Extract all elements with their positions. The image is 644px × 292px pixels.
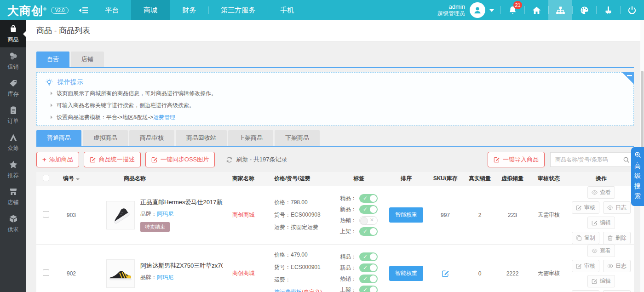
price-value: 798.00 xyxy=(291,199,308,206)
smart-weight-button[interactable]: 智能权重 xyxy=(389,266,423,281)
toggle-hot[interactable] xyxy=(359,275,378,283)
sidebar-item-promotion[interactable]: 促销 xyxy=(0,47,26,74)
copy-button[interactable]: 复制 xyxy=(572,290,599,292)
notifications-button[interactable]: 21 xyxy=(500,0,524,20)
row-checkbox[interactable] xyxy=(43,211,49,218)
sidebar-item-crowdfunding[interactable]: 众筹 xyxy=(0,129,26,156)
advanced-search-button[interactable]: 高级搜索 xyxy=(631,147,644,206)
edit-stock-icon[interactable] xyxy=(442,270,449,276)
clipboard-icon xyxy=(9,106,18,115)
edit-button[interactable]: 编辑 xyxy=(587,217,615,229)
product-image[interactable] xyxy=(106,259,135,288)
delete-button[interactable]: 删除 xyxy=(603,290,631,292)
pencil-icon xyxy=(151,156,158,163)
header-price: 价格/货号/运费 xyxy=(264,172,332,186)
header-tags: 标签 xyxy=(332,172,385,186)
toggle-on-sale[interactable] xyxy=(359,227,378,236)
top-navbar: 大商创® V2.0 平台 商城 财务 第三方服务 手机 admin 超级管理员 … xyxy=(0,0,644,20)
view-button[interactable]: 查看 xyxy=(587,245,615,257)
tag-icon xyxy=(9,79,18,88)
menu-item-finance[interactable]: 财务 xyxy=(170,0,208,20)
navbar-right: admin 超级管理员 21 xyxy=(437,0,644,20)
palette-icon xyxy=(580,6,589,15)
menu-item-mall[interactable]: 商城 xyxy=(131,0,170,20)
product-name[interactable]: 阿迪达斯男鞋ZX750三叶草zx700跑步鞋... xyxy=(140,262,223,270)
avatar[interactable] xyxy=(470,2,485,18)
log-button[interactable]: 日志 xyxy=(603,201,631,214)
tab-goods-recycle[interactable]: 商品回收站 xyxy=(176,130,227,146)
toggle-hot[interactable] xyxy=(359,216,378,225)
sidebar-toggle-icon[interactable] xyxy=(74,0,92,20)
chevron-down-icon[interactable] xyxy=(489,6,494,14)
log-button[interactable]: 日志 xyxy=(603,260,631,272)
scrollbar-thumb[interactable] xyxy=(641,71,644,149)
pencil-icon xyxy=(576,205,582,211)
menu-item-thirdparty[interactable]: 第三方服务 xyxy=(208,0,268,20)
tab-normal-goods[interactable]: 普通商品 xyxy=(36,130,81,146)
tag-switches: 精品： 新品： 热销： 上架： xyxy=(340,252,378,292)
row-checkbox[interactable] xyxy=(43,269,49,276)
delete-button[interactable]: 删除 xyxy=(603,232,631,244)
toggle-best[interactable] xyxy=(359,252,378,261)
menu-item-mobile[interactable]: 手机 xyxy=(268,0,306,20)
product-name[interactable]: 正品直邮Hermes爱马仕2017新款男鞋 时... xyxy=(140,198,223,206)
sidebar-item-recommend[interactable]: 推荐 xyxy=(0,156,26,183)
goods-sn: ECS000903 xyxy=(291,212,321,218)
box-icon xyxy=(9,214,18,223)
tips-list: 该页面展示了商城所有的商品信息，可对商品进行编辑修改操作。 可输入商品名称关键字… xyxy=(51,87,625,123)
add-goods-button[interactable]: +添加商品 xyxy=(36,152,79,167)
import-goods-button[interactable]: 一键导入商品 xyxy=(488,152,545,167)
audit-button[interactable]: 审核 xyxy=(572,260,599,272)
table-row: 902 阿迪达斯男鞋ZX750三叶草zx700跑步鞋... 品牌：阿玛尼 商创商… xyxy=(36,244,634,292)
edit-button[interactable]: 编辑 xyxy=(587,275,615,287)
sidebar-item-goods[interactable]: 商品 xyxy=(0,20,26,47)
plus-icon: + xyxy=(42,157,46,162)
tab-self-operated[interactable]: 自营 xyxy=(36,52,69,67)
sidebar-item-orders[interactable]: 订单 xyxy=(0,102,26,129)
tips-collapse-corner[interactable] xyxy=(622,72,634,84)
clear-cache-button[interactable] xyxy=(596,0,620,20)
search-input[interactable] xyxy=(551,156,619,163)
sidebar-item-stock[interactable]: 库存 xyxy=(0,74,26,102)
logo-area[interactable]: 大商创® V2.0 xyxy=(0,0,74,20)
theme-button[interactable] xyxy=(572,0,596,20)
toggle-new[interactable] xyxy=(359,263,378,272)
tab-goods-audit[interactable]: 商品审核 xyxy=(129,130,174,146)
tab-off-sale[interactable]: 下架商品 xyxy=(275,130,320,146)
tab-shop[interactable]: 店铺 xyxy=(71,52,104,67)
menu-item-platform[interactable]: 平台 xyxy=(92,0,131,20)
toggle-new[interactable] xyxy=(359,205,378,214)
logout-button[interactable] xyxy=(620,0,644,20)
refresh-control[interactable]: 刷新 - 共197条记录 xyxy=(226,155,287,164)
view-button[interactable]: 查看 xyxy=(587,186,615,199)
sitemap-button[interactable] xyxy=(548,0,572,20)
header-id[interactable]: 编号 xyxy=(56,172,87,186)
brand-link[interactable]: 阿玛尼 xyxy=(157,274,173,281)
product-image[interactable] xyxy=(106,201,135,229)
merchant-name[interactable]: 商创商城 xyxy=(223,186,264,244)
trash-icon xyxy=(607,235,613,241)
sync-oss-button[interactable]: 一键同步OSS图片 xyxy=(145,152,215,167)
tab-virtual-goods[interactable]: 虚拟商品 xyxy=(83,130,128,146)
audit-button[interactable]: 审核 xyxy=(572,201,599,214)
home-button[interactable] xyxy=(524,0,548,20)
tip-item: 该页面展示了商城所有的商品信息，可对商品进行编辑修改操作。 xyxy=(51,87,625,99)
merchant-name[interactable]: 商创商城 xyxy=(223,244,264,292)
stock-value: 997 xyxy=(427,186,464,244)
brand-link[interactable]: 阿玛尼 xyxy=(157,211,173,217)
sidebar-item-supply[interactable]: 供求 xyxy=(0,210,26,237)
bulb-icon xyxy=(45,78,53,86)
sidebar-item-shops[interactable]: 店铺 xyxy=(0,183,26,210)
shipping-manage-link[interactable]: 运费管理 xyxy=(153,114,175,120)
toggle-best[interactable] xyxy=(359,194,378,203)
toggle-on-sale[interactable] xyxy=(359,286,378,292)
shipping-template-link[interactable]: 按运费模板 xyxy=(274,289,302,292)
unified-description-button[interactable]: 商品统一描述 xyxy=(84,152,141,167)
tab-on-sale[interactable]: 上架商品 xyxy=(228,130,273,146)
select-all-checkbox[interactable] xyxy=(43,175,49,181)
smart-weight-button[interactable]: 智能权重 xyxy=(389,207,423,223)
copy-button[interactable]: 复制 xyxy=(572,232,599,244)
username: admin xyxy=(437,3,465,10)
user-info[interactable]: admin 超级管理员 xyxy=(437,3,465,17)
page-header: 商品 - 商品列表 xyxy=(26,20,644,41)
